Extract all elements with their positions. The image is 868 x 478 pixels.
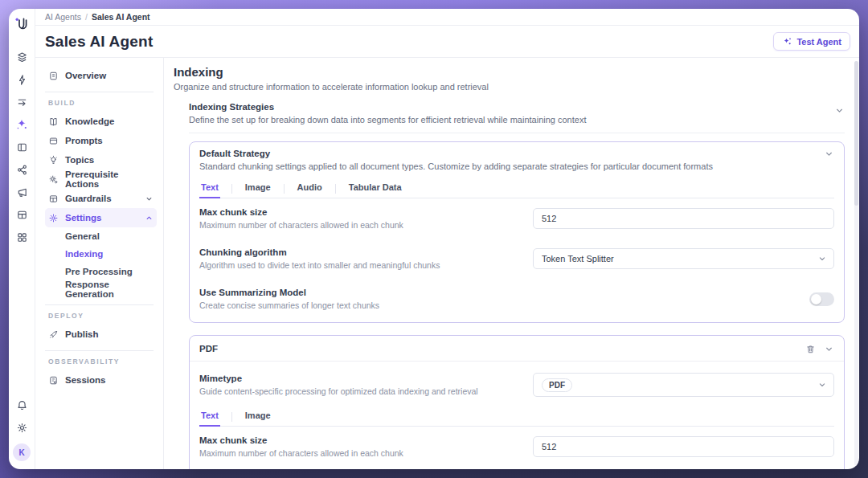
flow-arrow-icon[interactable] (13, 93, 31, 111)
breadcrumb: AI Agents / Sales AI Agent (35, 9, 859, 26)
sidebar-item-label: Prompts (65, 136, 103, 145)
toggle-knob (811, 294, 821, 304)
mimetype-chip: PDF (542, 378, 572, 392)
pdf-strategy-card: PDF (189, 335, 845, 469)
breadcrumb-separator: / (85, 12, 88, 22)
page-subtitle: Organize and structure information to ac… (174, 82, 845, 92)
tab-text[interactable]: Text (199, 179, 220, 198)
mimetype-description: Guide content-specific processing for op… (199, 386, 478, 396)
nav-divider (45, 350, 154, 351)
sidebar-item-sessions[interactable]: Sessions (45, 370, 157, 390)
tab-image[interactable]: Image (244, 179, 272, 198)
main-scrollbar[interactable] (854, 61, 858, 466)
mimetype-row: Mimetype Guide content-specific processi… (199, 368, 834, 406)
nav-section-deploy: DEPLOY (48, 312, 157, 320)
nav-divider (45, 92, 154, 92)
sidebar-item-indexing[interactable]: Indexing (45, 245, 157, 263)
tab-image[interactable]: Image (244, 407, 272, 427)
sidebar-item-knowledge[interactable]: Knowledge (45, 112, 157, 131)
grid-squares-icon[interactable] (13, 228, 31, 246)
max-chunk-size-row: Max chunk size Maximum number of charact… (199, 427, 834, 467)
sparkle-icon[interactable] (13, 116, 31, 133)
sidebar-item-label: Sessions (65, 375, 106, 385)
nav-divider (45, 304, 154, 305)
chevron-up-icon[interactable] (145, 214, 154, 223)
breadcrumb-current: Sales AI Agent (92, 12, 150, 22)
nav-section-build: BUILD (48, 99, 157, 107)
max-chunk-size-row: Max chunk size Maximum number of charact… (199, 198, 834, 239)
default-strategy-subtitle: Standard chunking settings applied to al… (199, 161, 713, 171)
max-chunk-size-input[interactable] (533, 208, 834, 229)
sidebar-item-guardrails[interactable]: Guardrails (45, 189, 157, 208)
app-window: K AI Agents / Sales AI Agent Sales AI Ag… (9, 9, 859, 469)
main-content: Indexing Organize and structure informat… (164, 58, 859, 469)
default-strategy-title: Default Strategy (199, 149, 713, 158)
layers-icon[interactable] (13, 48, 31, 66)
test-sparkle-icon (782, 36, 792, 47)
trash-icon[interactable] (805, 344, 816, 354)
bolt-icon[interactable] (13, 71, 31, 88)
use-summarizing-model-toggle[interactable] (809, 292, 834, 306)
chunking-algorithm-select[interactable]: Token Text Splitter (533, 248, 834, 269)
chevron-down-icon[interactable] (824, 344, 834, 354)
strategies-title: Indexing Strategies (189, 102, 586, 112)
tab-separator (231, 412, 232, 422)
table-icon[interactable] (13, 206, 31, 223)
page-title: Indexing (174, 65, 845, 79)
chevron-down-icon (817, 254, 827, 264)
use-summarizing-model-row: Use Summarizing Model Create concise sum… (199, 279, 834, 319)
pdf-strategy-tabs: Text Image (199, 407, 834, 427)
default-strategy-card: Default Strategy Standard chunking setti… (189, 141, 845, 323)
bell-icon[interactable] (13, 396, 31, 414)
max-chunk-size-label: Max chunk size (199, 435, 403, 445)
chunking-algorithm-row: Chunking algorithm Algorithm used to div… (199, 239, 834, 279)
sidebar-item-label: Prerequisite Actions (65, 170, 154, 189)
default-strategy-tabs: Text Image Audio Tabular Data (199, 179, 834, 198)
sidebar-item-prompts[interactable]: Prompts (45, 131, 157, 150)
sidebar-item-label: Knowledge (65, 116, 114, 126)
gear-icon[interactable] (13, 419, 31, 436)
test-agent-button[interactable]: Test Agent (773, 32, 850, 51)
sidebar-item-pre-processing[interactable]: Pre Processing (45, 263, 157, 280)
layout-icon[interactable] (13, 138, 31, 156)
sidebar-item-label: Publish (65, 329, 99, 339)
chunking-algorithm-label: Chunking algorithm (199, 247, 440, 257)
scrollbar-thumb[interactable] (854, 61, 858, 206)
max-chunk-size-input[interactable] (533, 436, 834, 457)
chevron-down-icon[interactable] (824, 149, 834, 159)
user-avatar[interactable]: K (13, 443, 31, 461)
sidebar-item-overview[interactable]: Overview (45, 66, 157, 85)
chunking-algorithm-row: Chunking algorithm Algorithm used to div… (199, 467, 834, 469)
mimetype-select[interactable]: PDF (533, 373, 834, 397)
indexing-strategies-header: Indexing Strategies Define the set up fo… (189, 102, 845, 133)
chunking-algorithm-description: Algorithm used to divide text into small… (199, 260, 440, 270)
use-summarizing-model-label: Use Summarizing Model (199, 288, 379, 297)
tab-audio[interactable]: Audio (296, 179, 324, 198)
chevron-down-icon[interactable] (145, 194, 154, 203)
nav-section-observability: OBSERVABILITY (48, 357, 157, 366)
tab-tabular-data[interactable]: Tabular Data (347, 179, 403, 198)
tab-separator (284, 184, 285, 194)
max-chunk-size-description: Maximum number of characters allowed in … (199, 220, 403, 230)
agent-title: Sales AI Agent (45, 33, 153, 51)
sidebar-item-label: Overview (65, 71, 106, 80)
share-nodes-icon[interactable] (13, 161, 31, 178)
sidebar-item-general[interactable]: General (45, 227, 157, 245)
chevron-down-icon[interactable] (834, 102, 845, 116)
sidebar-item-label: Guardrails (65, 194, 112, 203)
sidebar-item-settings[interactable]: Settings (45, 208, 157, 227)
sidebar-item-topics[interactable]: Topics (45, 150, 157, 170)
tab-separator (231, 184, 232, 194)
mimetype-label: Mimetype (199, 374, 478, 383)
megaphone-icon[interactable] (13, 183, 31, 201)
breadcrumb-parent[interactable]: AI Agents (45, 12, 81, 22)
chevron-down-icon (817, 380, 827, 390)
sidebar-item-prerequisite-actions[interactable]: Prerequisite Actions (45, 170, 157, 189)
sidebar-item-label: Settings (65, 213, 101, 223)
tab-text[interactable]: Text (199, 407, 220, 427)
sidebar-item-response-generation[interactable]: Response Generation (45, 280, 157, 298)
test-agent-label: Test Agent (796, 37, 841, 47)
sidebar-item-publish[interactable]: Publish (45, 325, 157, 344)
sidebar-item-label: Topics (65, 155, 94, 165)
brand-logo-icon[interactable] (12, 15, 31, 35)
